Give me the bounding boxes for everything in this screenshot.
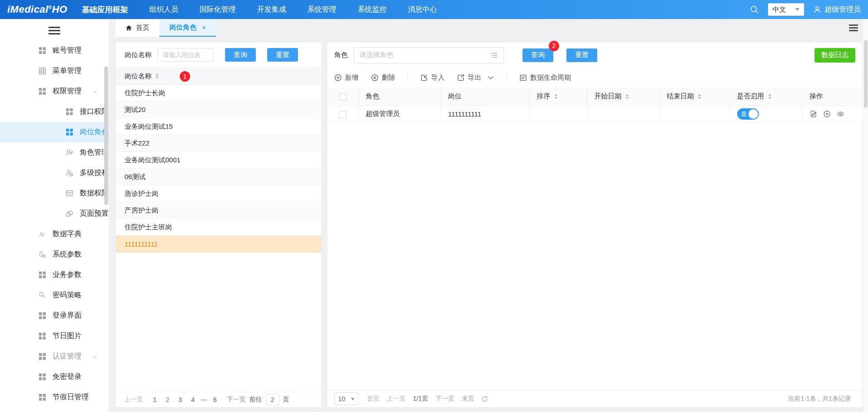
- sidebar-item-label: 系统参数: [53, 250, 82, 259]
- post-row[interactable]: 06测试: [116, 169, 321, 185]
- tab-home[interactable]: 首页: [115, 19, 159, 37]
- top-menu-item-sysmgmt[interactable]: 系统管理: [307, 5, 336, 15]
- refresh-icon[interactable]: [481, 396, 488, 402]
- role-reset-button[interactable]: 重置: [566, 48, 597, 62]
- sidebar-item-menu-manage[interactable]: 菜单管理: [0, 61, 109, 81]
- next-page-button[interactable]: 下一页: [435, 395, 454, 403]
- data-log-button[interactable]: 数据日志: [815, 48, 855, 63]
- sort-icon[interactable]: [155, 73, 159, 79]
- add-button[interactable]: 新增: [334, 73, 359, 82]
- more-pages-icon[interactable]: •••: [201, 397, 207, 402]
- sidebar-item-login-ui[interactable]: 登录界面: [0, 305, 109, 326]
- role-search-button[interactable]: 查询: [523, 48, 553, 62]
- column-sort[interactable]: 排序: [529, 87, 587, 106]
- sidebar-collapse-icon[interactable]: [48, 27, 60, 34]
- top-menu-item-message[interactable]: 消息中心: [408, 5, 437, 15]
- first-page-button[interactable]: 首页: [367, 395, 379, 403]
- goto-unit: 页: [283, 396, 289, 404]
- sort-icon[interactable]: [554, 94, 558, 99]
- grid-icon: [38, 271, 46, 279]
- post-row[interactable]: 业务岗位测试15: [116, 118, 321, 135]
- prev-page-button[interactable]: 上一页: [124, 396, 143, 404]
- close-icon[interactable]: ×: [202, 24, 206, 31]
- last-page-button[interactable]: 末页: [461, 395, 474, 403]
- page-number-2-current[interactable]: 2: [163, 396, 173, 403]
- top-menu-item-i18n[interactable]: 国际化管理: [200, 5, 236, 15]
- post-row[interactable]: 手术222: [116, 135, 321, 152]
- sidebar-item-post-role[interactable]: 岗位角色: [0, 122, 109, 142]
- tab-post-role[interactable]: 岗位角色 ×: [159, 19, 216, 37]
- scrollbar-thumb[interactable]: [864, 40, 868, 108]
- language-select[interactable]: 中文: [768, 3, 804, 16]
- sidebar-item-data-permission[interactable]: 数据权限: [0, 183, 109, 204]
- page-size-select[interactable]: 10: [334, 393, 359, 405]
- sidebar-item-page-preset[interactable]: 页面预置: [0, 204, 109, 224]
- page-number-4[interactable]: 4: [188, 396, 198, 403]
- post-row[interactable]: 产房护士岗: [116, 202, 321, 219]
- role-table-row[interactable]: 超级管理员 1111111111 是: [327, 106, 863, 122]
- sidebar-item-auth-manage[interactable]: 认证管理: [0, 346, 109, 367]
- grid-icon: [38, 332, 46, 340]
- export-button[interactable]: 导出: [457, 73, 494, 82]
- sidebar-item-label: 菜单管理: [53, 66, 82, 76]
- sidebar-scrollbar[interactable]: [104, 67, 108, 205]
- row-checkbox[interactable]: [339, 111, 346, 118]
- file-export-icon: [457, 74, 465, 82]
- prev-page-button[interactable]: 上一页: [387, 395, 406, 403]
- top-menu-item-dev[interactable]: 开发集成: [257, 5, 286, 15]
- user-menu[interactable]: 超级管理员: [813, 5, 861, 15]
- data-lifecycle-button[interactable]: 数据生命周期: [519, 73, 571, 82]
- sidebar-item-system-params[interactable]: 系统参数: [0, 244, 109, 265]
- sidebar-item-multilevel-auth[interactable]: 多级授权: [0, 163, 109, 183]
- delete-label: 删除: [382, 73, 395, 82]
- top-menu-item-org[interactable]: 组织人员: [149, 5, 178, 15]
- role-select[interactable]: 请选择角色: [354, 47, 504, 63]
- sidebar-item-password-policy[interactable]: 密码策略: [0, 285, 109, 305]
- sidebar-item-interface-permission[interactable]: 接口权限: [0, 102, 109, 122]
- post-row[interactable]: 住院护士主班岗: [116, 219, 321, 236]
- post-row-selected[interactable]: 1111111111: [116, 236, 321, 252]
- view-icon[interactable]: [837, 110, 844, 118]
- select-all-checkbox[interactable]: [339, 93, 346, 101]
- role-filter-bar: 角色 请选择角色 查询 2 重置 数据日志: [327, 42, 862, 68]
- delete-row-icon[interactable]: [823, 110, 831, 118]
- page-number-6[interactable]: 6: [210, 396, 220, 403]
- next-page-button[interactable]: 下一页: [227, 396, 246, 404]
- sidebar-item-holiday-manage[interactable]: 节假日管理: [0, 387, 109, 407]
- post-search-button[interactable]: 查询: [225, 48, 256, 62]
- enabled-toggle[interactable]: 是: [737, 108, 759, 120]
- delete-button[interactable]: 删除: [371, 73, 395, 82]
- post-row[interactable]: 测试20: [116, 102, 321, 118]
- tab-list-icon[interactable]: [849, 24, 858, 31]
- toolbar-divider: [507, 74, 507, 82]
- column-end-date[interactable]: 结束日期: [659, 87, 729, 106]
- column-start-date[interactable]: 开始日期: [587, 87, 659, 106]
- post-reset-button[interactable]: 重置: [267, 48, 298, 62]
- sidebar-item-permission-manage[interactable]: 权限管理: [0, 81, 109, 102]
- search-icon[interactable]: [750, 5, 759, 14]
- sidebar-item-holiday-image[interactable]: 节日图片: [0, 326, 109, 346]
- two-circles-icon: [65, 210, 73, 218]
- top-menu-item-framework[interactable]: 基础应用框架: [82, 5, 128, 15]
- sidebar-item-account[interactable]: 账号管理: [0, 40, 109, 61]
- post-row[interactable]: 业务岗位测试0001: [116, 152, 321, 169]
- post-table-header[interactable]: 岗位名称 1: [116, 68, 321, 85]
- page-number-1[interactable]: 1: [150, 396, 160, 403]
- window-scrollbar[interactable]: [863, 19, 868, 412]
- post-row[interactable]: 急诊护士岗: [116, 185, 321, 202]
- goto-page-input[interactable]: [266, 394, 279, 406]
- top-menu-item-monitor[interactable]: 系统监控: [358, 5, 387, 15]
- sort-icon[interactable]: [768, 94, 772, 99]
- column-enabled[interactable]: 是否启用: [729, 87, 802, 106]
- page-number-3[interactable]: 3: [175, 396, 185, 403]
- sort-icon[interactable]: [625, 94, 629, 99]
- edit-icon[interactable]: [810, 110, 817, 118]
- sidebar-item-passwordless-login[interactable]: 免密登录: [0, 367, 109, 387]
- sidebar-item-business-params[interactable]: 业务参数: [0, 265, 109, 285]
- post-name-input[interactable]: [158, 48, 214, 62]
- post-row[interactable]: 住院护士长岗: [116, 85, 321, 102]
- import-button[interactable]: 导入: [420, 73, 445, 82]
- sidebar-item-data-dictionary[interactable]: fx 数据字典: [0, 224, 109, 244]
- sidebar-item-role-manage[interactable]: 角色管理: [0, 142, 109, 163]
- sort-icon[interactable]: [698, 94, 701, 99]
